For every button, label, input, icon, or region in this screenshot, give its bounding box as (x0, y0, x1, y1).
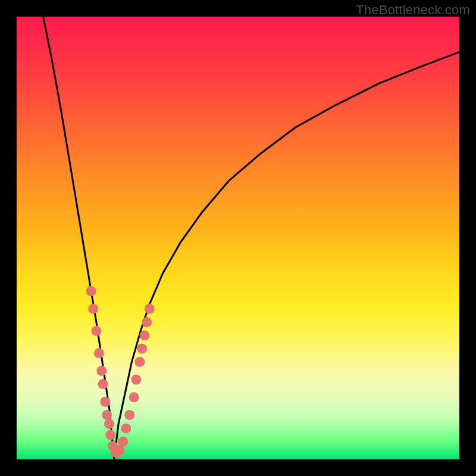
marker-dot (100, 397, 110, 407)
marker-dot (129, 392, 139, 402)
marker-dot (142, 317, 152, 327)
marker-dot (140, 330, 150, 340)
highlighted-points (86, 286, 155, 458)
marker-dot (88, 304, 98, 314)
marker-dot (102, 410, 112, 420)
marker-dot (137, 344, 147, 354)
marker-dot (134, 357, 145, 367)
bottleneck-curve (43, 17, 459, 459)
marker-dot (98, 379, 108, 389)
marker-dot (131, 375, 141, 385)
marker-dot (121, 423, 131, 433)
curve-layer (17, 17, 459, 459)
marker-dot (94, 348, 104, 358)
curve-path (43, 17, 459, 459)
marker-dot (91, 326, 101, 336)
marker-dot (118, 437, 128, 447)
marker-dot (124, 410, 134, 420)
marker-dot (96, 366, 107, 376)
chart-frame: TheBottleneck.com (0, 0, 476, 476)
marker-dot (145, 304, 155, 314)
marker-dot (114, 446, 124, 456)
watermark-text: TheBottleneck.com (356, 2, 470, 18)
marker-dot (104, 419, 114, 429)
plot-area (17, 17, 459, 459)
marker-dot (86, 286, 96, 296)
marker-dot (105, 430, 115, 440)
